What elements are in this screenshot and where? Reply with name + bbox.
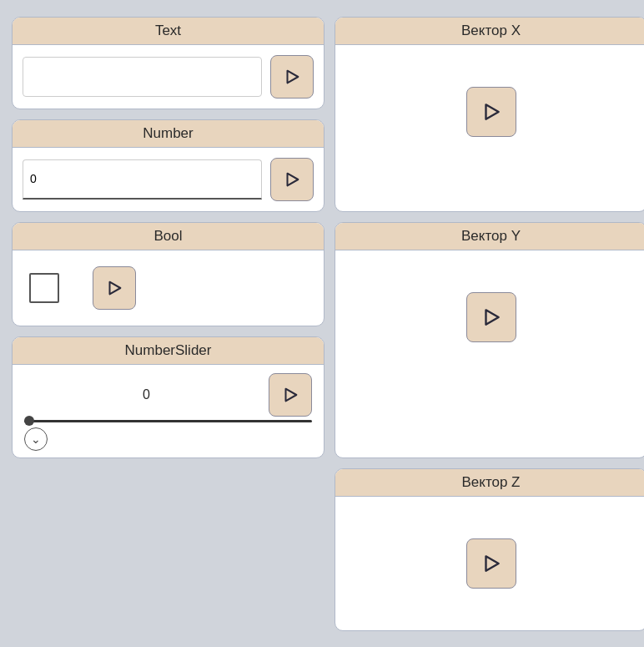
number-widget: Number [12, 119, 325, 212]
vector-z-widget: Вектор Z [335, 468, 644, 631]
svg-marker-1 [486, 104, 498, 119]
number-input[interactable] [23, 159, 262, 200]
bool-widget-body [13, 250, 324, 326]
bool-play-button[interactable] [93, 266, 136, 310]
slider-track-row [24, 420, 312, 422]
text-widget-title: Text [13, 18, 324, 45]
vector-y-body [335, 250, 644, 384]
number-slider-body: 0 ⌄ [13, 365, 324, 457]
svg-marker-6 [486, 556, 498, 570]
slider-expand-button[interactable]: ⌄ [24, 427, 48, 451]
vector-z-title: Вектор Z [335, 469, 644, 497]
vector-z-play-icon [480, 553, 502, 574]
text-input[interactable] [23, 57, 262, 97]
svg-marker-4 [486, 310, 498, 324]
vector-z-play-button[interactable] [466, 538, 516, 589]
bool-widget-title: Bool [13, 223, 324, 250]
number-widget-title: Number [13, 120, 324, 148]
slider-track[interactable] [24, 420, 312, 422]
vector-y-play-button[interactable] [466, 292, 516, 342]
slider-top-row: 0 [24, 373, 312, 417]
text-play-icon [283, 68, 301, 86]
number-play-button[interactable] [270, 158, 314, 201]
vector-x-widget: Вектор X [335, 17, 644, 212]
vector-y-widget: Вектор Y [335, 222, 644, 458]
svg-marker-0 [288, 70, 299, 83]
text-widget: Text [12, 17, 325, 109]
slider-play-icon [281, 386, 299, 404]
slider-value: 0 [24, 387, 269, 402]
number-slider-title: NumberSlider [13, 337, 324, 365]
number-play-icon [283, 170, 301, 189]
vector-z-body [335, 497, 644, 630]
main-grid: Text Вектор X Number [0, 5, 644, 643]
bool-widget: Bool [12, 222, 325, 326]
number-widget-body [13, 148, 324, 211]
vector-x-body [335, 45, 644, 179]
svg-marker-5 [286, 388, 297, 401]
text-widget-body [13, 45, 324, 109]
vector-x-play-button[interactable] [466, 87, 516, 137]
vector-x-play-icon [480, 101, 502, 123]
text-play-button[interactable] [270, 55, 314, 99]
number-slider-widget: NumberSlider 0 ⌄ [12, 336, 325, 458]
vector-x-title: Вектор X [335, 18, 644, 45]
slider-thumb[interactable] [24, 416, 34, 426]
vector-y-title: Вектор Y [335, 223, 644, 250]
bool-checkbox[interactable] [29, 273, 59, 303]
vector-y-play-icon [480, 306, 502, 328]
svg-marker-3 [110, 281, 121, 294]
svg-marker-2 [288, 173, 299, 185]
slider-play-button[interactable] [269, 373, 312, 417]
bool-play-icon [105, 279, 123, 297]
